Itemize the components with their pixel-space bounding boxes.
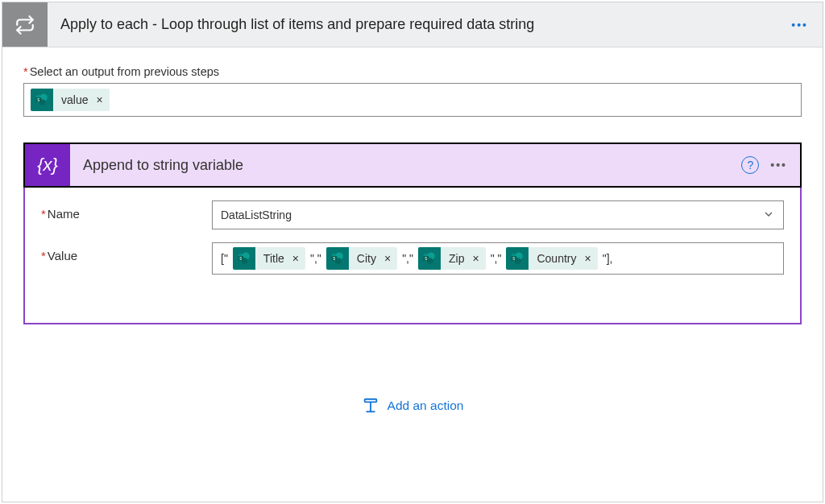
loop-more-button[interactable]: ••• xyxy=(777,2,823,47)
token-title[interactable]: S Title × xyxy=(233,247,305,270)
svg-text:S: S xyxy=(239,257,242,261)
chevron-down-icon xyxy=(762,208,775,223)
name-label: *Name xyxy=(41,200,202,221)
token-remove[interactable]: × xyxy=(96,89,109,111)
token-remove[interactable]: × xyxy=(472,247,485,270)
literal-open: [" xyxy=(219,252,230,265)
sharepoint-icon: S xyxy=(326,247,349,270)
action-more-button[interactable]: ••• xyxy=(770,159,787,171)
svg-text:S: S xyxy=(513,257,516,261)
select-output-label: *Select an output from previous steps xyxy=(23,65,802,78)
required-star: * xyxy=(41,207,46,221)
add-action-label: Add an action xyxy=(388,399,464,413)
value-input[interactable]: [" S Title × "," S City × xyxy=(212,242,784,275)
sharepoint-icon: S xyxy=(418,247,441,270)
required-star: * xyxy=(41,249,46,262)
token-city[interactable]: S City × xyxy=(326,247,397,270)
name-row: *Name DataListString xyxy=(41,200,784,229)
svg-rect-25 xyxy=(364,399,376,403)
token-remove[interactable]: × xyxy=(384,247,397,270)
token-zip[interactable]: S Zip × xyxy=(418,247,486,270)
token-remove[interactable]: × xyxy=(585,247,598,270)
literal-sep: "," xyxy=(309,252,323,265)
sharepoint-icon: S xyxy=(31,89,53,111)
value-row: *Value [" S Title × "," S xyxy=(41,242,784,275)
literal-sep: "," xyxy=(400,252,415,265)
svg-text:S: S xyxy=(37,98,39,102)
help-button[interactable]: ? xyxy=(741,156,759,174)
sharepoint-icon: S xyxy=(233,247,255,270)
required-star: * xyxy=(23,65,28,78)
literal-close: "], xyxy=(601,252,615,265)
add-action-button[interactable]: Add an action xyxy=(23,397,802,415)
name-value: DataListString xyxy=(221,209,292,221)
name-select[interactable]: DataListString xyxy=(212,200,784,229)
value-label: *Value xyxy=(41,242,202,262)
append-variable-card: {x} Append to string variable ? ••• *Nam… xyxy=(23,143,802,324)
variable-icon: {x} xyxy=(25,144,70,186)
loop-header: Apply to each - Loop through list of ite… xyxy=(2,2,823,48)
token-value[interactable]: S value × xyxy=(31,89,110,111)
apply-to-each-card: Apply to each - Loop through list of ite… xyxy=(2,2,823,502)
action-header[interactable]: {x} Append to string variable ? ••• xyxy=(23,143,802,188)
token-remove[interactable]: × xyxy=(292,247,305,270)
sharepoint-icon: S xyxy=(506,247,529,270)
svg-text:S: S xyxy=(425,257,427,261)
add-action-icon xyxy=(362,397,379,415)
token-country[interactable]: S Country × xyxy=(506,247,597,270)
action-title[interactable]: Append to string variable xyxy=(70,144,728,186)
token-label: value xyxy=(53,89,96,111)
action-body: *Name DataListString *Value xyxy=(25,186,800,323)
loop-icon xyxy=(2,2,48,47)
literal-sep: "," xyxy=(489,252,504,265)
select-output-input[interactable]: S value × xyxy=(23,83,802,117)
svg-text:S: S xyxy=(333,257,335,261)
loop-body: *Select an output from previous steps S … xyxy=(2,48,823,502)
loop-title[interactable]: Apply to each - Loop through list of ite… xyxy=(48,2,777,47)
